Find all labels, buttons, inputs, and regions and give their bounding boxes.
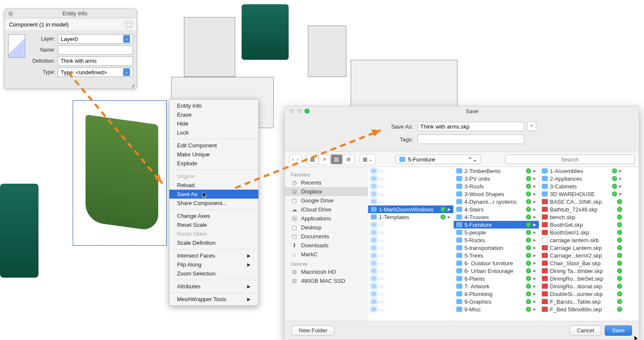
file-item[interactable]: F_Barsto...Table.skp✓	[539, 298, 625, 305]
file-item[interactable]: 3D WAREHOUSE✓▶	[539, 190, 625, 198]
menu-item[interactable]: Scale Definition	[169, 238, 258, 247]
new-folder-button[interactable]: New Folder	[292, 325, 334, 336]
menu-item[interactable]: Entity Info	[169, 101, 258, 110]
menu-item[interactable]: Change Axes	[169, 211, 258, 220]
file-item[interactable]: Dining Ta...timber.skp✓	[539, 267, 625, 275]
type-select[interactable]: Type: <undefined> ⌄	[58, 67, 133, 77]
file-item[interactable]: —	[368, 182, 453, 190]
file-item[interactable]: —	[368, 282, 453, 290]
menu-item[interactable]: Explode	[169, 159, 258, 168]
tags-input[interactable]	[417, 135, 524, 144]
file-item[interactable]: —	[368, 236, 453, 244]
close-icon[interactable]	[8, 11, 13, 16]
sidebar-item[interactable]: ▢Documents	[285, 232, 368, 241]
menu-item[interactable]: Erase	[169, 110, 258, 119]
file-item[interactable]: DoubleSi...ounter.skp✓	[539, 290, 625, 298]
file-item[interactable]: —	[368, 198, 453, 205]
file-item[interactable]: —	[368, 259, 453, 267]
finder-column-2[interactable]: 2-TimberBents✓▶3-PV units✓▶3-Roofs✓▶3-Wo…	[454, 167, 539, 321]
sidebar-item[interactable]: ▢Google Drive	[285, 196, 368, 205]
save-button[interactable]: Save	[605, 325, 632, 336]
file-item[interactable]: 4-Dynami...r systems✓▶	[454, 198, 539, 205]
group-button[interactable]: ▦ ⌄	[360, 154, 376, 164]
file-item[interactable]: Chair_Stool_Bar.skp✓	[539, 259, 625, 267]
name-input[interactable]	[58, 45, 133, 55]
file-item[interactable]: 5-Furniture✓▶	[454, 221, 539, 229]
finder-column-1[interactable]: —————1-MarkDoorsWindows✓▶1-Templates✓▶——…	[368, 167, 454, 321]
file-item[interactable]: —	[368, 298, 453, 305]
resize-handle[interactable]: ◢	[5, 82, 136, 88]
file-item[interactable]: —	[368, 305, 453, 313]
definition-input[interactable]	[58, 56, 133, 66]
file-item[interactable]: —	[368, 221, 453, 229]
selected-chair[interactable]	[86, 114, 158, 232]
menu-item[interactable]: Reset Scale	[169, 220, 258, 229]
file-item[interactable]: DiningRo...bleSet.skp✓	[539, 275, 625, 282]
file-item[interactable]: bench.skp✓	[539, 213, 625, 221]
save-as-input[interactable]	[417, 122, 524, 131]
file-item[interactable]: carriage lantern.skb✓	[539, 236, 625, 244]
view-list-button[interactable]: ≡	[319, 154, 331, 164]
file-item[interactable]: BoothSet.skp✓	[539, 221, 625, 229]
file-item[interactable]: —	[368, 244, 453, 252]
menu-item[interactable]: Zoom Selection	[169, 269, 258, 278]
file-item[interactable]: —	[368, 252, 453, 259]
file-item[interactable]: 4-Trusses✓▶	[454, 213, 539, 221]
view-gallery-button[interactable]: ⊞	[343, 154, 354, 164]
file-item[interactable]: F_Bed 58inx80in.skp✓	[539, 305, 625, 313]
file-item[interactable]: 6- Outdoor furniture✓▶	[454, 259, 539, 267]
file-item[interactable]: 1-MarkDoorsWindows✓▶	[368, 205, 453, 213]
file-item[interactable]: 6-Plants✓▶	[454, 275, 539, 282]
file-item[interactable]: 5-Trees✓▶	[454, 252, 539, 259]
sidebar-item[interactable]: ⩐Dropbox	[285, 187, 368, 196]
sidebar-item[interactable]: ⒶApplications	[285, 214, 368, 223]
save-titlebar[interactable]: Save	[285, 106, 639, 116]
file-item[interactable]: Carriage...tern#2.skp✓	[539, 252, 625, 259]
file-item[interactable]: BoothSet#1.skp✓	[539, 229, 625, 236]
sidebar-item[interactable]: ▢Desktop	[285, 223, 368, 232]
file-item[interactable]: DiningRo...itional.skp✓	[539, 282, 625, 290]
finder-column-3[interactable]: 1-Assemblies✓▶2-Appliances✓▶3-Cabinets✓▶…	[539, 167, 625, 321]
file-item[interactable]: 5-Rocks✓▶	[454, 236, 539, 244]
file-item[interactable]: 1-Templates✓▶	[368, 213, 453, 221]
file-item[interactable]: —	[368, 229, 453, 236]
file-item[interactable]: 9-Graphics✓▶	[454, 298, 539, 305]
traffic-light-zoom[interactable]	[304, 108, 310, 114]
sidebar-item[interactable]: ⌂MarkC	[285, 250, 368, 259]
view-columns-button[interactable]: ▥	[331, 154, 343, 164]
file-item[interactable]: 9-Misc✓▶	[454, 305, 539, 313]
file-item[interactable]: —	[368, 267, 453, 275]
view-icons-button[interactable]: ▦	[307, 154, 319, 164]
menu-item[interactable]: Save As	[169, 190, 258, 199]
search-input[interactable]	[505, 155, 635, 164]
file-item[interactable]: —	[368, 190, 453, 198]
cancel-button[interactable]: Cancel	[570, 325, 601, 336]
file-item[interactable]: —	[368, 290, 453, 298]
file-item[interactable]: 3-Wood Shapes✓▶	[454, 190, 539, 198]
traffic-light-minimize[interactable]	[297, 108, 302, 114]
file-item[interactable]: Bathtub_72x48.skp✓	[539, 205, 625, 213]
file-item[interactable]: 5-transportation✓▶	[454, 244, 539, 252]
menu-item[interactable]: Lock	[169, 128, 258, 137]
file-item[interactable]: 5-people✓▶	[454, 229, 539, 236]
sidebar-item[interactable]: ⊟480GB MAC SSD	[285, 276, 368, 285]
file-item[interactable]: —	[368, 175, 453, 182]
menu-item[interactable]: Make Unique	[169, 150, 258, 159]
file-item[interactable]: 3-PV units✓▶	[454, 175, 539, 182]
menu-item[interactable]: Flip Along▶	[169, 260, 258, 269]
sidebar-item[interactable]: ◷Recents	[285, 178, 368, 187]
file-item[interactable]: 6- Urban Entourage✓▶	[454, 267, 539, 275]
menu-item[interactable]: MeshWrapper Tools▶	[169, 295, 258, 304]
file-item[interactable]: 4-Stairs✓▶	[454, 205, 539, 213]
path-select[interactable]: 5-Furniture ⌃⌄	[396, 155, 481, 164]
menu-item[interactable]: Attributes▶	[169, 282, 258, 291]
sidebar-item[interactable]: ⊟Macintosh HD	[285, 267, 368, 276]
file-item[interactable]: 7- Artwork✓▶	[454, 282, 539, 290]
expand-icon[interactable]: ⬚	[125, 21, 132, 28]
file-item[interactable]: 3-Roofs✓▶	[454, 182, 539, 190]
collapse-button[interactable]: ^	[527, 122, 536, 131]
file-item[interactable]: 2-TimberBents✓▶	[454, 167, 539, 175]
menu-item[interactable]: Hide	[169, 119, 258, 128]
menu-item[interactable]: Edit Component	[169, 141, 258, 150]
nav-back-forward[interactable]: ‹ ›	[289, 154, 301, 164]
